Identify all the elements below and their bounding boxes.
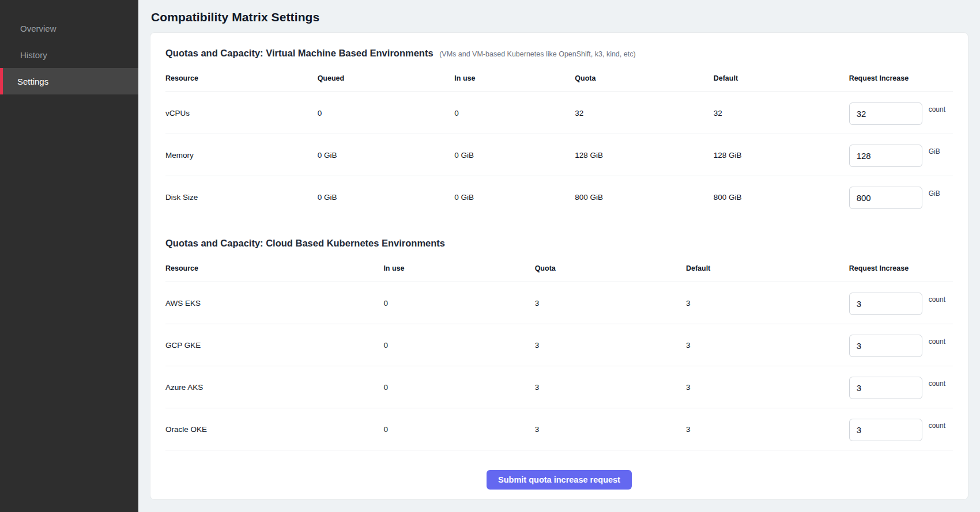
oracle-oke-request-input[interactable] [849,419,922,441]
cloud-quota-table: Resource In use Quota Default Request In… [165,255,953,450]
in-use-value: 0 [383,341,534,350]
default-value: 3 [686,383,849,392]
vm-quota-table: Resource Queued In use Quota Default Req… [165,65,953,218]
default-value: 3 [686,341,849,350]
table-row-vcpus: vCPUs 0 0 32 32 count [165,92,953,134]
request-increase-cell: GiB [849,143,953,167]
vm-section-subtitle: (VMs and VM-based Kubernetes like OpenSh… [439,50,635,58]
unit-label: count [929,105,945,113]
azure-aks-request-input[interactable] [849,377,922,399]
aws-eks-request-input[interactable] [849,293,922,315]
vm-col-in-use: In use [454,74,575,82]
request-increase-cell: count [849,333,953,357]
default-value: 3 [686,299,849,308]
in-use-value: 0 [383,299,534,308]
queued-value: 0 GiB [318,151,455,160]
vm-col-queued: Queued [318,74,455,82]
vm-table-header: Resource Queued In use Quota Default Req… [165,65,953,92]
cloud-col-in-use: In use [383,264,534,272]
cloud-col-default: Default [686,264,849,272]
in-use-value: 0 GiB [454,193,575,202]
resource-label: Oracle OKE [165,425,383,434]
vcpus-request-input[interactable] [849,103,922,125]
unit-label: count [929,295,945,304]
cloud-col-quota: Quota [535,264,686,272]
submit-quota-increase-button[interactable]: Submit quota increase request [487,470,632,490]
request-increase-cell: GiB [849,185,953,209]
table-row-gcp-gke: GCP GKE 0 3 3 count [165,324,953,366]
default-value: 800 GiB [714,193,849,202]
vm-col-default: Default [714,74,849,82]
quota-value: 800 GiB [575,193,713,202]
default-value: 3 [686,425,849,434]
table-row-memory: Memory 0 GiB 0 GiB 128 GiB 128 GiB GiB [165,134,953,176]
cloud-col-resource: Resource [165,264,383,272]
quota-value: 3 [535,299,686,308]
in-use-value: 0 [454,109,575,117]
vm-section-title: Quotas and Capacity: Virtual Machine Bas… [165,48,434,58]
quota-value: 32 [575,109,713,117]
unit-label: count [929,422,945,430]
sidebar-item-settings[interactable]: Settings [0,68,138,94]
in-use-value: 0 [383,425,534,434]
cloud-col-request-increase: Request Increase [849,264,953,272]
sidebar-item-history[interactable]: History [0,41,138,68]
resource-label: Memory [165,151,318,160]
unit-label: GiB [929,147,940,156]
vm-col-request-increase: Request Increase [849,74,953,82]
vm-col-quota: Quota [575,74,713,82]
default-value: 32 [714,109,849,117]
app-window: Overview History Settings Compatibility … [0,0,980,512]
resource-label: AWS EKS [165,299,383,308]
request-increase-cell: count [849,291,953,315]
sidebar: Overview History Settings [0,0,138,512]
in-use-value: 0 GiB [454,151,575,160]
resource-label: GCP GKE [165,341,383,350]
quota-value: 128 GiB [575,151,713,160]
request-increase-cell: count [849,376,953,399]
table-row-aws-eks: AWS EKS 0 3 3 count [165,282,953,324]
resource-label: vCPUs [165,109,318,117]
default-value: 128 GiB [714,151,849,160]
quota-value: 3 [535,383,686,392]
unit-label: count [929,337,945,346]
cloud-section-heading: Quotas and Capacity: Cloud Based Kuberne… [165,238,953,249]
in-use-value: 0 [383,383,534,392]
request-increase-cell: count [849,418,953,441]
cloud-section-title: Quotas and Capacity: Cloud Based Kuberne… [165,238,445,248]
vm-section-heading: Quotas and Capacity: Virtual Machine Bas… [165,48,953,59]
quota-value: 3 [535,425,686,434]
table-row-oracle-oke: Oracle OKE 0 3 3 count [165,408,953,450]
table-row-azure-aks: Azure AKS 0 3 3 count [165,366,953,408]
unit-label: GiB [929,189,940,198]
page-title: Compatibility Matrix Settings [151,10,968,24]
request-increase-cell: count [849,101,953,125]
memory-request-input[interactable] [849,145,922,167]
quota-value: 3 [535,341,686,350]
main-content: Compatibility Matrix Settings Quotas and… [138,0,980,512]
resource-label: Disk Size [165,193,318,202]
queued-value: 0 [318,109,455,117]
queued-value: 0 GiB [318,193,455,202]
vm-col-resource: Resource [165,74,318,82]
unit-label: count [929,380,945,388]
settings-card: Quotas and Capacity: Virtual Machine Bas… [150,32,968,500]
disk-size-request-input[interactable] [849,187,922,209]
submit-button-row: Submit quota increase request [165,470,953,490]
cloud-table-header: Resource In use Quota Default Request In… [165,255,953,282]
table-row-disk-size: Disk Size 0 GiB 0 GiB 800 GiB 800 GiB Gi… [165,176,953,218]
resource-label: Azure AKS [165,383,383,392]
gcp-gke-request-input[interactable] [849,335,922,357]
sidebar-item-overview[interactable]: Overview [0,15,138,41]
